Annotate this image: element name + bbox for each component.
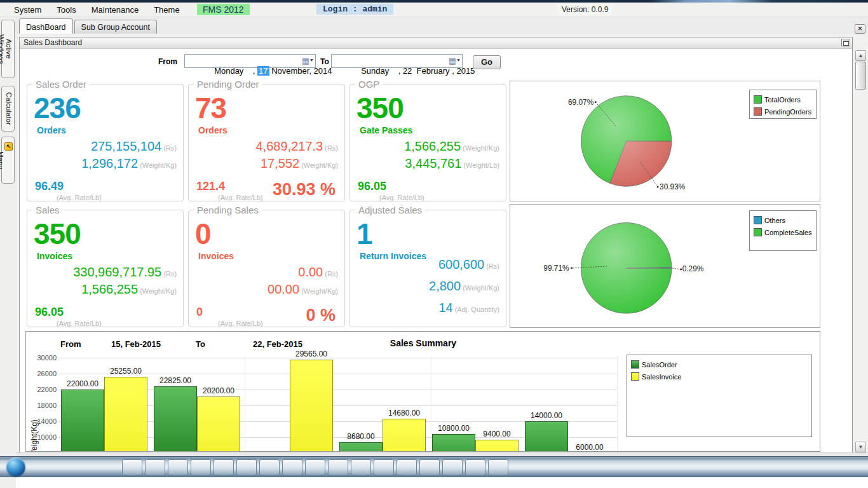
to-date-dropdown-button[interactable]: ▦▼ (444, 56, 461, 66)
card-rate-value: 0 (196, 306, 203, 318)
main-area: Sales Dashboard From Monday , 17 Novembe… (16, 34, 868, 456)
taskbar-button[interactable] (214, 459, 234, 475)
dashboard-content: From Monday , 17 November, 2014 ▦▼ To Su… (20, 49, 852, 452)
sidebar-item-menu[interactable]: ↖Menu (1, 137, 15, 184)
from-date-suffix: November, 2014 (269, 66, 332, 76)
pie-slice-label: 30.93% (660, 182, 686, 191)
card-count: 350 (356, 93, 403, 123)
sales-pie-chart: 99.71%0.29%OthersCompleteSales (510, 204, 820, 328)
sidebar-item-active-windows[interactable]: Active Windows (1, 20, 15, 78)
bar-salesinvoice (290, 360, 333, 452)
menu-item-system[interactable]: System (6, 3, 49, 17)
bar-value-label: 14000.00 (520, 411, 573, 420)
card-value: 330,969,717.95 (73, 265, 161, 279)
tab-sub-group-account[interactable]: Sub Group Account (74, 20, 157, 34)
legend-item-totalorders: TotalOrders (754, 93, 801, 102)
close-icon[interactable]: ✕ (855, 24, 865, 34)
scroll-up-icon[interactable]: ▲ (855, 50, 866, 61)
menu-item-theme[interactable]: Theme (146, 3, 187, 17)
bar-to-label: To (196, 339, 205, 349)
card-title: Sales (32, 205, 63, 215)
card-value-row: 1,566,255(Weight/Kg) (404, 139, 499, 154)
orders-pie-chart: 30.93%69.07%TotalOrdersPendingOrders (510, 81, 820, 201)
taskbar-button[interactable] (168, 459, 188, 475)
taskbar-button[interactable] (465, 459, 485, 475)
taskbar-button[interactable] (351, 459, 371, 475)
document-tabs: DashBoardSub Group Account (19, 18, 158, 34)
panel-header: Sales Dashboard (20, 37, 852, 49)
card-value-row: 17,552(Weight/Kg) (256, 156, 338, 171)
card-sales: Sales350Invoices330,969,717.95(Rs)1,566,… (27, 210, 184, 327)
legend-item-pendingorders: PendingOrders (754, 105, 811, 114)
menu-item-maintenance[interactable]: Maintenance (84, 3, 146, 17)
card-count: 350 (34, 219, 81, 248)
chevron-down-icon: ▼ (309, 58, 314, 62)
taskbar-button[interactable] (259, 459, 280, 475)
taskbar-button[interactable] (374, 459, 394, 475)
card-value-unit: (Rs) (486, 262, 499, 270)
taskbar-button[interactable] (488, 459, 508, 475)
vertical-scrollbar[interactable]: ▲ ▼ (855, 50, 866, 452)
card-title: Adjusted Sales (355, 205, 425, 215)
card-count: 0 (195, 219, 211, 248)
taskbar-button[interactable] (419, 459, 440, 475)
card-value-unit: (Weight/Kg) (140, 161, 177, 169)
go-button[interactable]: Go (473, 55, 501, 69)
card-value: 2,800 (429, 279, 461, 293)
card-title: Pending Sales (194, 205, 262, 215)
card-value: 1,566,255 (81, 282, 138, 296)
card-value-row: 2,800(Weight/Kg) (429, 279, 499, 294)
card-value-unit: (Rs) (163, 270, 177, 278)
scrollbar-thumb[interactable] (855, 62, 866, 90)
bar-value-label: 14680.00 (377, 409, 431, 417)
card-values: 330,969,717.95(Rs)1,566,255(Weight/Kg) (73, 265, 177, 299)
taskbar-button[interactable] (397, 459, 417, 475)
bar-salesorder (61, 390, 104, 452)
tab-dashboard[interactable]: DashBoard (19, 18, 73, 34)
card-value: 3,445,761 (405, 156, 461, 170)
card-rate-unit: (Avg. Rate/Lb) (218, 194, 263, 201)
sales-summary-bar-chart: From 15, Feb-2015 To 22, Feb-2015 Sales … (25, 331, 820, 452)
card-value-unit: (Rs) (325, 144, 338, 152)
card-value-row: 275,155,104(Rs) (81, 139, 177, 154)
card-title: Pending Order (194, 79, 262, 90)
taskbar-button[interactable] (145, 459, 165, 475)
card-sales-order: Sales Order236Orders275,155,104(Rs)1,296… (27, 84, 184, 201)
taskbar-button[interactable] (191, 459, 211, 475)
restore-icon[interactable] (841, 39, 850, 46)
legend-swatch (631, 372, 639, 381)
taskbar-button[interactable] (442, 459, 463, 475)
taskbar-button[interactable] (328, 459, 348, 475)
sales-dashboard-panel: Sales Dashboard From Monday , 17 Novembe… (19, 37, 853, 453)
card-value: 600,600 (438, 257, 484, 271)
bar-salesorder (432, 434, 475, 452)
card-value: 4,689,217.3 (256, 139, 323, 153)
taskbar-button[interactable] (282, 459, 302, 475)
legend-label: Others (764, 217, 785, 224)
pie-slice-label: 0.29% (682, 264, 704, 273)
from-date-picker[interactable]: Monday , 17 November, 2014 ▦▼ (184, 54, 316, 68)
menu-item-tools[interactable]: Tools (49, 3, 83, 17)
bar-value-label: 22825.00 (149, 376, 202, 385)
card-pending-sales: Pending Sales0Invoices0.00(Rs)00.00(Weig… (188, 210, 345, 327)
card-count-label: Invoices (37, 251, 72, 261)
panel-title: Sales Dashboard (24, 38, 82, 47)
scroll-down-icon[interactable]: ▼ (855, 442, 866, 452)
taskbar-button[interactable] (236, 459, 257, 475)
calendar-icon: ▦ (302, 56, 309, 65)
bar-chart-title: Sales Summary (382, 338, 465, 348)
taskbar-button[interactable] (305, 459, 325, 475)
bar-value-label: 29565.00 (285, 349, 338, 358)
to-date-picker[interactable]: Sunday , 22 February , 2015 ▦▼ (331, 54, 463, 68)
bar-salesorder (339, 442, 383, 452)
card-value-unit: (Weight/Kg) (140, 287, 177, 295)
legend-swatch (754, 228, 762, 236)
legend-swatch (754, 107, 762, 116)
card-count: 73 (195, 93, 226, 123)
sidebar-item-calculator[interactable]: Calculator (1, 86, 15, 132)
start-button[interactable] (6, 458, 25, 477)
from-date-selected-day[interactable]: 17 (257, 66, 269, 76)
from-date-dropdown-button[interactable]: ▦▼ (297, 56, 314, 66)
taskbar-button[interactable] (122, 459, 142, 475)
legend-swatch (631, 360, 639, 369)
